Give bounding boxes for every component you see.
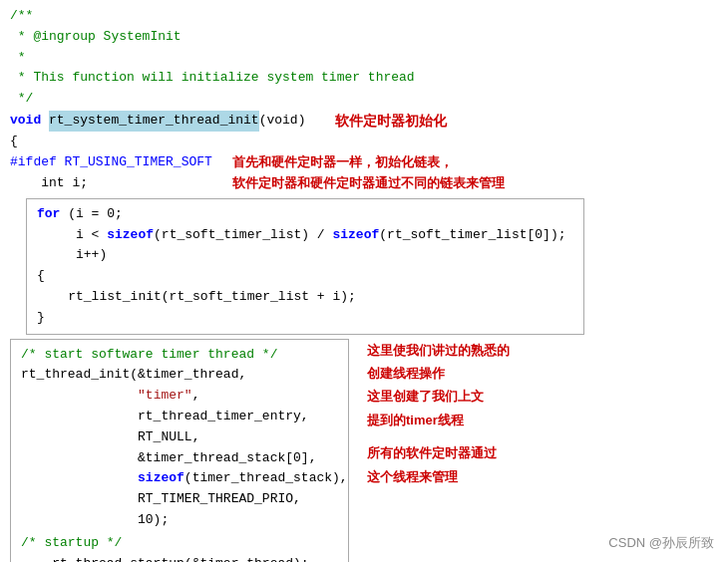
thread-prio: RT_TIMER_THREAD_PRIO, bbox=[21, 489, 338, 510]
thread-name: "timer", bbox=[21, 386, 338, 407]
thread-entry: rt_thread_timer_entry, bbox=[21, 407, 338, 427]
annotation-3-line3: 这里创建了我们上文 bbox=[367, 385, 510, 408]
annotation-2-line1: 首先和硬件定时器一样，初始化链表， bbox=[232, 152, 505, 173]
ifdef-row: #ifdef RT_USING_TIMER_SOFT int i; 首先和硬件定… bbox=[10, 152, 718, 194]
open-brace: { bbox=[10, 132, 718, 152]
thread-tick: 10); bbox=[21, 510, 338, 531]
comment-block: /** * @ingroup SystemInit * * This funct… bbox=[10, 6, 718, 110]
function-name-highlight: rt_system_timer_thread_init bbox=[49, 111, 259, 132]
for-line-2: i < sizeof(rt_soft_timer_list) / sizeof(… bbox=[37, 225, 573, 246]
for-loop-block: for (i = 0; i < sizeof(rt_soft_timer_lis… bbox=[26, 198, 584, 335]
comment-line-4: * This function will initialize system t… bbox=[10, 68, 415, 89]
watermark: CSDN @孙辰所致 bbox=[608, 534, 714, 552]
ifdef-line: #ifdef RT_USING_TIMER_SOFT bbox=[10, 152, 212, 173]
int-decl: int i; bbox=[10, 173, 88, 194]
comment-line-1: /** bbox=[10, 6, 33, 27]
annotation-4-line1: 所有的软件定时器通过 bbox=[367, 441, 510, 464]
thread-sizeof: sizeof(timer_thread_stack), bbox=[21, 468, 338, 489]
for-close-brace: } bbox=[37, 308, 573, 329]
thread-stack: &timer_thread_stack[0], bbox=[21, 448, 338, 469]
thread-comment: /* start software timer thread */ bbox=[21, 345, 338, 366]
comment-line-3: * bbox=[10, 48, 26, 69]
thread-init-row: /* start software timer thread */ rt_thr… bbox=[10, 339, 718, 562]
thread-null: RT_NULL, bbox=[21, 427, 338, 448]
function-decl: void rt_system_timer_thread_init(void) bbox=[10, 111, 305, 132]
annotation-2: 首先和硬件定时器一样，初始化链表， 软件定时器和硬件定时器通过不同的链表来管理 bbox=[232, 152, 505, 194]
void-keyword: void bbox=[10, 111, 49, 132]
annotation-3-line4: 提到的timer线程 bbox=[367, 409, 510, 431]
thread-init-block: /* start software timer thread */ rt_thr… bbox=[10, 339, 349, 562]
code-area: /** * @ingroup SystemInit * * This funct… bbox=[0, 0, 728, 562]
startup-comment: /* startup */ bbox=[21, 533, 338, 554]
annotation-2-line2: 软件定时器和硬件定时器通过不同的链表来管理 bbox=[232, 173, 505, 194]
annotation-3-4: 这里使我们讲过的熟悉的 创建线程操作 这里创建了我们上文 提到的timer线程 … bbox=[367, 339, 510, 488]
startup-call: rt_thread_startup(&timer_thread); bbox=[21, 554, 338, 562]
annotation-3-line2: 创建线程操作 bbox=[367, 362, 510, 385]
for-line-1: for (i = 0; bbox=[37, 204, 573, 225]
for-body: rt_list_init(rt_soft_timer_list + i); bbox=[37, 287, 573, 308]
comment-line-2: * @ingroup SystemInit bbox=[10, 27, 182, 48]
function-params: (void) bbox=[259, 111, 306, 132]
annotation-3-line1: 这里使我们讲过的熟悉的 bbox=[367, 339, 510, 362]
function-decl-row: void rt_system_timer_thread_init(void) 软… bbox=[10, 110, 718, 132]
ifdef-block: #ifdef RT_USING_TIMER_SOFT int i; bbox=[10, 152, 212, 194]
comment-line-5: */ bbox=[10, 89, 33, 110]
annotation-1: 软件定时器初始化 bbox=[335, 110, 447, 132]
thread-init-call: rt_thread_init(&timer_thread, bbox=[21, 365, 338, 386]
for-line-3: i++) bbox=[37, 245, 573, 266]
annotation-4-line2: 这个线程来管理 bbox=[367, 465, 510, 488]
for-open-brace: { bbox=[37, 266, 573, 287]
